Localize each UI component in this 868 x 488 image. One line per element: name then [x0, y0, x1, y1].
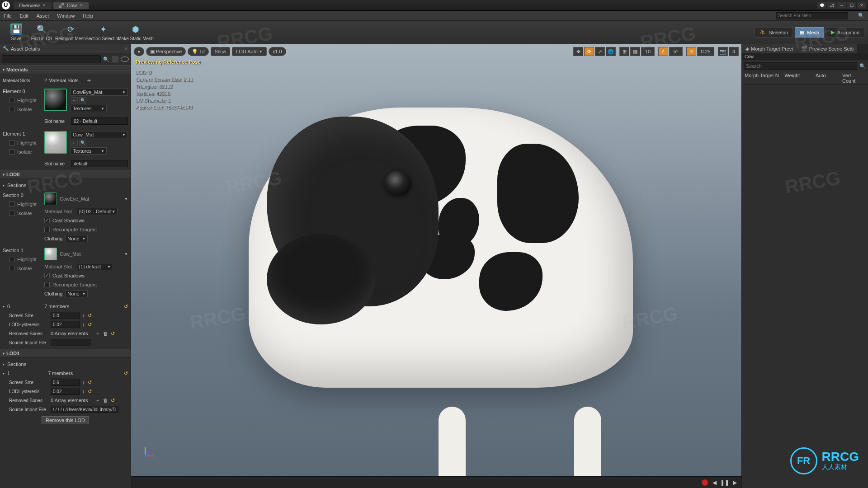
reset-button[interactable]: ↺: [88, 322, 92, 328]
highlight-checkbox[interactable]: [9, 140, 14, 145]
textures-dropdown[interactable]: Textures▼: [71, 147, 107, 155]
search-icon[interactable]: 🔍: [103, 56, 110, 63]
pause-button[interactable]: ❚❚: [720, 479, 729, 486]
spinner-icon[interactable]: ↕: [82, 322, 85, 327]
slot-name-field[interactable]: [71, 117, 128, 125]
mode-skeleton[interactable]: ⛹ Skeleton: [755, 27, 793, 38]
play-reverse-button[interactable]: ◀: [712, 479, 717, 486]
translate-mode[interactable]: ✥: [573, 47, 583, 56]
cast-shadows-checkbox[interactable]: [44, 273, 50, 278]
slot-name-field[interactable]: [71, 160, 128, 167]
spinner-icon[interactable]: ↕: [82, 313, 85, 318]
search-icon[interactable]: 🔍: [858, 13, 864, 19]
preview-scene-tab[interactable]: 🎬Preview Scene Setti: [797, 44, 857, 53]
remove-lod-button[interactable]: Remove this LOD: [42, 416, 89, 424]
section-selection-button[interactable]: ✦ Section Selection: [87, 22, 119, 43]
clothing-dropdown[interactable]: None▼: [65, 290, 88, 297]
menu-dropdown[interactable]: ▾: [134, 47, 144, 56]
matrix-icon[interactable]: [112, 56, 119, 63]
camera-speed-value[interactable]: 4: [729, 47, 739, 56]
use-selected-button[interactable]: ←: [71, 140, 78, 146]
search-icon[interactable]: 🔍: [859, 62, 866, 70]
source-import-file-field[interactable]: [51, 406, 118, 413]
trash-icon[interactable]: 🗑: [103, 331, 108, 336]
grid-snap-toggle[interactable]: ▦: [630, 47, 640, 56]
add-button[interactable]: ＋: [95, 397, 100, 404]
browse-button[interactable]: 🔍: [79, 140, 86, 146]
morph-search-input[interactable]: [744, 62, 857, 70]
playback-speed-dropdown[interactable]: x1.0: [269, 47, 286, 56]
source-import-file-field[interactable]: [51, 339, 91, 346]
make-static-mesh-button[interactable]: ⬢ Make Static Mesh: [119, 22, 152, 43]
spinner-icon[interactable]: ↕: [82, 389, 85, 394]
material-thumbnail[interactable]: [44, 192, 57, 205]
browse-button[interactable]: 🔍: [79, 97, 86, 103]
highlight-checkbox[interactable]: [9, 202, 14, 207]
recompute-tangent-checkbox[interactable]: [44, 227, 50, 232]
reset-button[interactable]: ↺: [88, 389, 92, 394]
lod-auto-dropdown[interactable]: LOD Auto▼: [232, 47, 267, 56]
show-button[interactable]: Show: [211, 47, 230, 56]
cast-shadows-checkbox[interactable]: [44, 218, 50, 223]
material-thumbnail[interactable]: [44, 248, 57, 260]
perspective-dropdown[interactable]: ▣Perspective: [146, 47, 186, 56]
isolate-checkbox[interactable]: [9, 266, 14, 271]
play-button[interactable]: ▶: [733, 479, 737, 486]
material-thumbnail[interactable]: [44, 89, 67, 111]
highlight-checkbox[interactable]: [9, 98, 14, 103]
close-icon[interactable]: ✕: [80, 3, 83, 8]
save-button[interactable]: 💾 Save: [4, 22, 29, 43]
viewport[interactable]: ▾ ▣Perspective 💡Lit Show LOD Auto▼ x1.0 …: [131, 44, 741, 488]
morph-target-tab[interactable]: ◈Morph Target Previ: [742, 44, 797, 53]
menu-help[interactable]: Help: [83, 13, 93, 19]
isolate-checkbox[interactable]: [9, 149, 14, 155]
menu-window[interactable]: Window: [57, 13, 75, 19]
materials-header[interactable]: ▾Materials: [0, 65, 131, 74]
mode-animation[interactable]: ▶ Animation: [826, 27, 864, 38]
angle-snap-toggle[interactable]: ∠: [658, 47, 668, 56]
close-icon[interactable]: ✕: [124, 47, 128, 51]
reset-button[interactable]: ↺: [88, 380, 92, 385]
maximize-button[interactable]: ☐: [847, 2, 856, 9]
menu-asset[interactable]: Asset: [37, 13, 49, 19]
material-slot-dropdown[interactable]: [0] 02 - Default▼: [77, 208, 118, 215]
asset-details-tab[interactable]: 🔧 Asset Details ✕: [0, 44, 131, 53]
use-selected-button[interactable]: ←: [71, 97, 78, 103]
chevron-down-icon[interactable]: ▼: [124, 197, 128, 201]
reset-button[interactable]: ↺: [88, 313, 92, 319]
lit-dropdown[interactable]: 💡Lit: [188, 47, 209, 56]
screen-size-field[interactable]: [51, 312, 80, 319]
material-dropdown[interactable]: CowEye_Mat▼: [71, 89, 128, 96]
minimize-button[interactable]: ─: [837, 2, 846, 9]
world-local-toggle[interactable]: 🌐: [606, 47, 616, 56]
scale-mode[interactable]: ⤢: [595, 47, 605, 56]
record-button[interactable]: [702, 479, 708, 486]
material-thumbnail[interactable]: [44, 131, 67, 154]
find-in-cb-button[interactable]: 🔍 Find in CB: [29, 22, 54, 43]
trash-icon[interactable]: 🗑: [103, 398, 108, 403]
timeline[interactable]: ◀ ❚❚ ▶: [131, 476, 741, 488]
eye-icon[interactable]: [121, 56, 129, 62]
lod-hysteresis-field[interactable]: [51, 321, 80, 328]
textures-dropdown[interactable]: Textures▼: [71, 105, 107, 112]
add-slot-button[interactable]: ＋: [86, 76, 92, 84]
grid-snap-value[interactable]: 10: [641, 47, 655, 56]
menu-edit[interactable]: Edit: [20, 13, 28, 19]
lod0-header[interactable]: ▾LOD0: [0, 170, 131, 179]
source-control-icon[interactable]: ⎇: [827, 2, 836, 9]
details-search-input[interactable]: [2, 55, 101, 63]
highlight-checkbox[interactable]: [9, 257, 14, 262]
reset-button[interactable]: ↺: [124, 304, 128, 310]
lod1-header[interactable]: ▾LOD1: [0, 349, 131, 358]
material-dropdown[interactable]: Cow_Mat▼: [71, 131, 128, 138]
clothing-dropdown[interactable]: None▼: [65, 235, 88, 242]
mode-mesh[interactable]: ▦ Mesh: [795, 27, 824, 38]
chevron-down-icon[interactable]: ▼: [124, 252, 128, 256]
search-help-input[interactable]: [776, 12, 848, 19]
spinner-icon[interactable]: ↕: [82, 380, 85, 385]
reset-button[interactable]: ↺: [111, 398, 115, 404]
close-button[interactable]: ✕: [857, 2, 866, 9]
reset-button[interactable]: ↺: [124, 371, 128, 376]
screen-size-field[interactable]: [51, 379, 80, 386]
isolate-checkbox[interactable]: [9, 107, 14, 112]
